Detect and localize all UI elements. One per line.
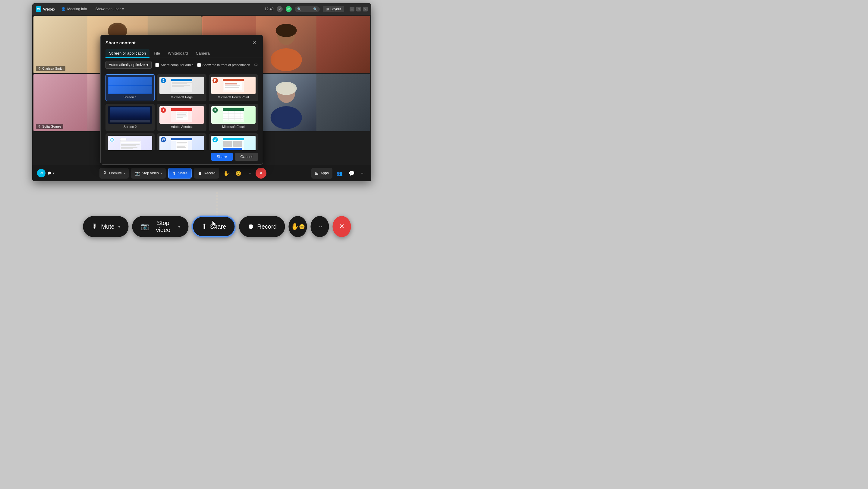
word-app-thumb: W [159,136,204,150]
share-icon: ⬆ [173,171,176,176]
big-mute-chevron: ▾ [118,224,120,229]
svg-rect-35 [177,117,183,118]
svg-rect-21 [172,85,190,86]
participant-name-clarissa: Clarissa Smith [42,67,64,70]
chat-button[interactable]: 💬 [347,169,356,178]
help-button[interactable]: ? [277,6,283,12]
svg-rect-47 [120,138,126,141]
svg-rect-49 [121,144,140,145]
edge-item[interactable]: E Microsoft Edge [157,74,206,102]
dialog-title: Share content [105,40,135,45]
screen1-item[interactable]: Screen 1 [105,74,155,102]
optimize-select[interactable]: Automatically optimize ▾ [105,61,152,69]
ppt-item[interactable]: P Microsoft PowerPoint [209,74,258,102]
tab-screen[interactable]: Screen or application [105,49,150,58]
excel-icon: X [213,107,218,113]
zoom-out-icon: 🔍 [313,7,317,11]
meeting-info-icon: 👤 [61,7,66,11]
end-call-button[interactable]: ✕ [255,168,267,179]
tab-whiteboard-label: Whiteboard [168,51,188,56]
chevron-down-icon-video: ▾ [161,172,162,175]
unmute-button[interactable]: 🎙 Unmute ▾ [99,168,129,179]
mini-cell-1 [108,77,130,85]
meeting-info-button[interactable]: 👤 Meeting info [59,6,89,12]
webex-app-icon: W [213,137,218,142]
settings-gear-button[interactable]: ⚙ [254,62,258,67]
webex-logo: W Webex [36,6,55,12]
maximize-button[interactable]: □ [356,7,361,11]
edge-preview-svg [171,79,192,92]
svg-rect-50 [121,145,136,146]
edge-app-thumb: E [159,77,204,94]
word-preview-svg [171,138,192,150]
share-button[interactable]: ⬆ Share [168,168,192,179]
show-menu-button[interactable]: Show menu bar ▾ [93,6,126,12]
show-me-checkbox[interactable] [197,63,201,67]
excel-preview-svg [223,108,244,122]
raise-hand-button[interactable]: ✋ [221,169,231,178]
acrobat-item[interactable]: A Adobe Acrobat [157,104,206,131]
screen2-label: Screen 2 [124,125,137,128]
big-share-button[interactable]: ⬆ Share [192,216,236,237]
apps-button[interactable]: ⊞ Apps [311,168,332,179]
big-record-button[interactable]: ⏺ Record [239,216,285,237]
ppt-icon: P [213,78,218,83]
big-video-chevron: ▾ [178,224,180,229]
excel-thumbnail: X [211,106,255,124]
minimize-button[interactable]: ─ [350,7,354,11]
participants-button[interactable]: 👥 [335,169,344,178]
ppt-thumbnail: P [211,77,255,94]
record-icon: ⏺ [198,171,202,176]
mini-cell-3 [108,86,130,94]
avatar-button[interactable]: JD [286,6,292,12]
more-button[interactable]: ··· [359,169,367,178]
window-controls: ─ □ ✕ [350,7,368,11]
word-thumbnail: W [159,136,204,150]
big-end-call-button[interactable]: ✕ [333,216,351,237]
dialog-tabs: Screen or application File Whiteboard Ca… [101,46,263,58]
big-mute-button[interactable]: 🎙 Mute ▾ [83,216,128,237]
big-more-button[interactable]: ··· [311,216,329,237]
screen2-item[interactable]: Screen 2 [105,104,155,131]
big-bottom-toolbar: 🎙 Mute ▾ 📷 Stop video ▾ ⬆ Share ⏺ Record… [83,216,351,237]
dialog-share-button[interactable]: Share [211,153,233,161]
mini-cell-4 [130,86,152,94]
svg-rect-26 [225,83,237,84]
more-options-button[interactable]: ··· [246,169,253,178]
show-me-option[interactable]: Show me in front of presentation [197,63,250,67]
reactions-button[interactable]: 😊 [234,169,243,178]
svg-rect-63 [223,141,232,147]
tab-file-label: File [154,51,160,56]
ppt-preview-svg [223,79,244,92]
big-stop-video-button[interactable]: 📷 Stop video ▾ [132,216,189,237]
dialog-close-button[interactable]: ✕ [250,39,258,46]
share-audio-option[interactable]: Share computer audio [155,63,193,67]
stop-video-label: Stop video [142,171,159,175]
camera-icon: 📷 [135,171,140,176]
webex-app-item[interactable]: W Webex [209,133,258,150]
tab-camera[interactable]: Camera [192,49,213,58]
tab-whiteboard[interactable]: Whiteboard [164,49,191,58]
word-item[interactable]: W Microsoft Word [157,133,206,150]
layout-icon: ⊞ [326,7,329,11]
connection-line [217,192,217,216]
dialog-cancel-button[interactable]: Cancel [235,153,258,161]
excel-item[interactable]: X Microsoft [209,104,258,131]
svg-rect-62 [223,138,244,140]
share-audio-checkbox[interactable] [155,63,159,67]
layout-button[interactable]: ⊞ Layout [323,6,344,12]
big-raise-hand-button[interactable]: ✋ 😊 [289,216,307,237]
chat-icon[interactable]: 💬 [47,171,52,175]
mic-icon: 🎙 [38,67,41,70]
edge-thumbnail: E [159,77,204,94]
close-button[interactable]: ✕ [363,7,368,11]
svg-point-6 [270,48,302,71]
record-button[interactable]: ⏺ Record [194,168,219,179]
svg-rect-22 [172,86,184,87]
status-chevron[interactable]: ▾ [53,171,55,175]
stop-video-button[interactable]: 📷 Stop video ▾ [131,168,166,179]
dialog-header: Share content ✕ [101,35,263,46]
chrome-item[interactable]: 🌐 Google Chr [105,133,155,150]
tab-file[interactable]: File [150,49,164,58]
acrobat-app-thumb: A [159,106,204,124]
